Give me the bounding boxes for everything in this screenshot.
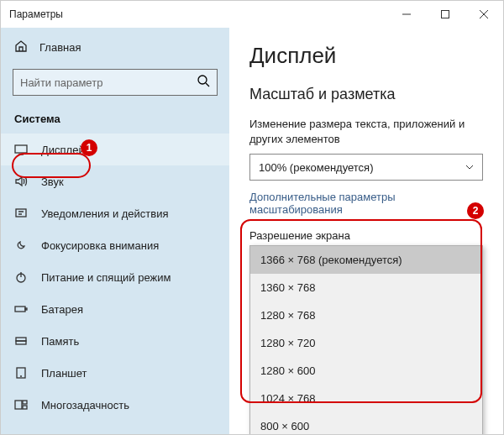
battery-icon [14,302,28,316]
scale-select[interactable]: 100% (рекомендуется) [249,154,483,181]
svg-rect-19 [23,406,27,409]
advanced-scaling-link[interactable]: Дополнительные параметры масштабирования [249,191,483,216]
resolution-dropdown[interactable]: 1366 × 768 (рекомендуется) 1360 × 768 12… [249,245,483,434]
display-icon [14,143,28,156]
scale-value: 100% (рекомендуется) [259,161,373,174]
nav-label: Дисплей [41,144,85,156]
nav-label: Память [41,335,79,348]
focus-icon [14,238,28,252]
resolution-option[interactable]: 1280 × 768 [250,301,482,329]
svg-line-5 [206,83,209,86]
resolution-option[interactable]: 800 × 600 [250,412,482,434]
nav-tablet[interactable]: Планшет [1,357,229,389]
multitask-icon [14,398,28,411]
storage-icon [14,334,28,348]
nav-list: Дисплей Звук Уведомления и действия Фоку… [1,134,229,421]
close-button[interactable] [465,1,503,28]
svg-rect-17 [15,401,22,409]
home-icon [14,39,28,55]
sidebar: Главная Система Дисплей Звук Уведомления [1,28,229,434]
chevron-down-icon [465,161,474,174]
window-controls [387,1,503,28]
nav-sound[interactable]: Звук [1,165,229,197]
maximize-button[interactable] [426,1,465,28]
sound-icon [14,175,28,188]
resolution-option[interactable]: 1024 × 768 [250,385,482,412]
nav-label: Питание и спящий режим [41,271,171,284]
resolution-option[interactable]: 1360 × 768 [250,274,482,301]
svg-rect-12 [25,308,27,310]
scale-label: Изменение размера текста, приложений и д… [249,117,483,147]
search-icon [197,74,210,91]
nav-label: Уведомления и действия [41,207,169,220]
svg-rect-8 [16,209,26,217]
search-input[interactable] [20,76,197,89]
nav-power[interactable]: Питание и спящий режим [1,261,229,293]
nav-battery[interactable]: Батарея [1,293,229,325]
resolution-option[interactable]: 1366 × 768 (рекомендуется) [250,246,482,274]
nav-label: Батарея [41,303,83,316]
svg-rect-11 [15,307,25,312]
resolution-option[interactable]: 1280 × 600 [250,357,482,385]
nav-storage[interactable]: Память [1,325,229,357]
resolution-label: Разрешение экрана [249,229,483,242]
window-title: Параметры [9,8,387,20]
titlebar: Параметры [1,1,503,28]
nav-multitasking[interactable]: Многозадачность [1,389,229,421]
home-label: Главная [39,41,81,54]
svg-rect-6 [15,145,27,153]
svg-point-4 [198,76,207,84]
nav-label: Планшет [41,367,87,380]
tablet-icon [14,366,28,380]
resolution-option[interactable]: 1280 × 720 [250,329,482,357]
nav-display[interactable]: Дисплей [1,134,229,165]
power-icon [14,270,28,284]
nav-focus[interactable]: Фокусировка внимания [1,229,229,261]
home-link[interactable]: Главная [1,31,229,64]
svg-rect-1 [442,11,449,18]
minimize-button[interactable] [387,1,426,28]
notification-icon [14,207,28,220]
section-system: Система [1,107,229,134]
page-title: Дисплей [249,43,483,69]
nav-label: Фокусировка внимания [41,239,159,252]
svg-rect-18 [23,401,27,404]
nav-notifications[interactable]: Уведомления и действия [1,197,229,229]
main-content: Дисплей Масштаб и разметка Изменение раз… [229,28,503,434]
section-scale: Масштаб и разметка [249,86,483,103]
nav-label: Многозадачность [41,399,129,411]
nav-label: Звук [41,176,64,188]
search-box[interactable] [13,69,218,96]
settings-window: Параметры Главная Система Дисплей [0,0,504,435]
svg-rect-14 [16,341,26,344]
